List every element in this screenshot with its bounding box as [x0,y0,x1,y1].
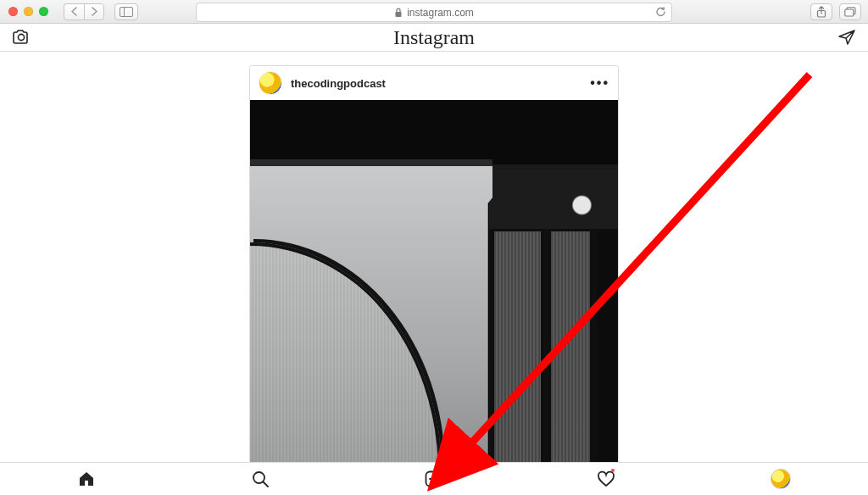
tabs-button[interactable] [839,3,861,20]
svg-point-6 [18,34,24,40]
svg-rect-5 [845,9,854,16]
heart-icon [597,470,615,488]
post-header: thecodingpodcast ••• [250,66,618,100]
forward-button[interactable] [84,3,104,20]
app-logo[interactable]: Instagram [393,26,475,49]
nav-profile-button[interactable] [771,469,791,489]
plus-square-icon [424,470,442,488]
close-window-button[interactable] [8,7,18,16]
svg-line-8 [263,482,268,487]
post-username[interactable]: thecodingpodcast [291,77,386,90]
browser-toolbar: instagram.com [0,0,868,24]
post-avatar[interactable] [259,71,282,95]
zoom-window-button[interactable] [39,7,48,16]
direct-messages-button[interactable] [837,29,856,46]
share-button[interactable] [810,3,832,20]
camera-button[interactable] [12,29,31,46]
nav-search-button[interactable] [251,470,270,488]
decorative-scene [489,164,618,464]
sidebar-toggle-group [114,3,138,20]
nav-new-post-button[interactable] [424,470,442,488]
home-icon [77,470,96,488]
svg-rect-0 [120,7,133,16]
nav-back-forward [64,3,104,20]
window-controls [8,7,48,16]
address-bar[interactable]: instagram.com [196,3,672,22]
share-icon [816,6,826,18]
sidebar-toggle-button[interactable] [114,3,138,20]
reload-button[interactable] [655,6,666,18]
notification-dot [611,469,615,472]
lock-icon [394,8,403,18]
back-button[interactable] [64,3,84,20]
post-more-button[interactable]: ••• [590,75,609,91]
sidebar-icon [120,7,133,17]
url-host: instagram.com [407,7,474,19]
reload-icon [655,6,666,18]
chevron-left-icon [70,7,78,16]
chevron-right-icon [91,7,98,16]
minimize-window-button[interactable] [24,7,33,16]
svg-rect-2 [396,12,402,17]
app-header: Instagram [0,24,868,52]
camera-icon [12,29,31,46]
post-card: thecodingpodcast ••• [249,65,619,464]
paper-plane-icon [837,29,856,46]
feed: thecodingpodcast ••• [0,52,868,464]
profile-avatar-icon [771,469,791,489]
tabs-icon [844,7,856,17]
post-image[interactable] [250,100,618,464]
nav-home-button[interactable] [77,470,96,488]
bottom-nav [0,462,868,495]
nav-activity-button[interactable] [597,470,615,488]
search-icon [251,470,270,488]
toolbar-right [810,3,861,20]
